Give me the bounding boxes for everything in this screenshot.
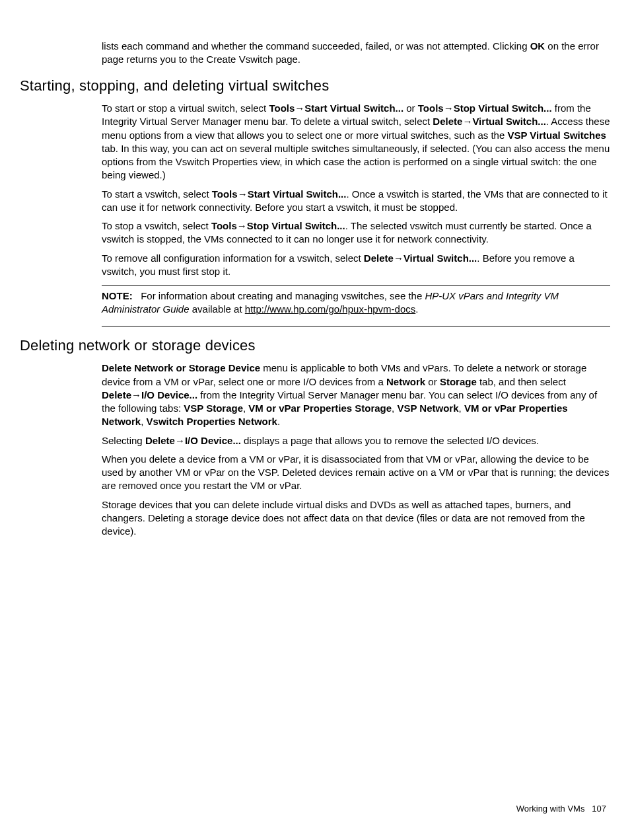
arrow-icon: →: [462, 116, 472, 127]
text: For information about creating and manag…: [141, 290, 425, 301]
text: To stop a vswitch, select: [102, 220, 211, 231]
text: To start or stop a virtual switch, selec…: [102, 102, 269, 114]
sec2-p3: When you delete a device from a VM or vP…: [102, 453, 610, 493]
arrow-icon: →: [175, 435, 185, 446]
note-label: NOTE:: [102, 290, 133, 301]
menu-item: Stop Virtual Switch...: [454, 102, 552, 114]
menu-item: Virtual Switch...: [472, 116, 545, 127]
text: ,: [459, 402, 464, 414]
note-text: NOTE: For information about creating and…: [102, 289, 610, 317]
page-footer: Working with VMs 107: [516, 803, 606, 815]
heading-starting-stopping: Starting, stopping, and deleting virtual…: [20, 76, 610, 96]
arrow-icon: →: [444, 102, 454, 114]
arrow-icon: →: [237, 220, 247, 231]
menu-item: Start Virtual Switch...: [304, 102, 403, 114]
intro-text: lists each command and whether the comma…: [102, 40, 610, 67]
text: ,: [141, 416, 146, 427]
delete-label: Delete: [102, 389, 131, 401]
menu-item: Stop Virtual Switch...: [247, 220, 345, 231]
text: Selecting: [102, 435, 145, 446]
menu-name: Delete Network or Storage Device: [102, 362, 260, 373]
delete-label: Delete: [433, 116, 462, 127]
text: tab. In this way, you can act on several…: [102, 143, 610, 181]
sec2-p4: Storage devices that you can delete incl…: [102, 498, 610, 539]
tools-label: Tools: [212, 188, 238, 200]
sec1-p1: To start or stop a virtual switch, selec…: [102, 102, 610, 182]
tools-label: Tools: [269, 102, 295, 114]
footer-label: Working with VMs: [516, 804, 585, 814]
arrow-icon: →: [295, 102, 304, 114]
section-2-body: Delete Network or Storage Device menu is…: [102, 362, 610, 538]
tab-name: Vswitch Properties Network: [147, 416, 277, 427]
menu-item: I/O Device...: [141, 389, 197, 401]
sec1-p4: To remove all configuration information …: [102, 252, 610, 279]
text: lists each command and whether the comma…: [102, 40, 530, 52]
tab-name: Storage: [440, 376, 477, 387]
tab-name: Network: [386, 376, 425, 387]
section-1-body: To start or stop a virtual switch, selec…: [102, 102, 610, 326]
page: lists each command and whether the comma…: [0, 0, 630, 840]
tools-label: Tools: [211, 220, 237, 231]
text: displays a page that allows you to remov…: [241, 435, 539, 446]
text: tab, and then select: [477, 376, 566, 387]
text: available at: [190, 303, 245, 315]
arrow-icon: →: [131, 389, 141, 401]
ok-label: OK: [530, 40, 545, 52]
text: To start a vswitch, select: [102, 188, 212, 200]
arrow-icon: →: [394, 252, 403, 264]
heading-deleting-devices: Deleting network or storage devices: [20, 336, 610, 356]
menu-item: Start Virtual Switch...: [248, 188, 347, 200]
doc-link[interactable]: http://www.hp.com/go/hpux-hpvm-docs: [245, 303, 415, 315]
text: or: [425, 376, 440, 387]
sec2-p2: Selecting Delete→I/O Device... displays …: [102, 434, 610, 447]
text: .: [277, 416, 280, 427]
delete-label: Delete: [364, 252, 394, 264]
note-block: NOTE: For information about creating and…: [102, 285, 610, 326]
sec2-p1: Delete Network or Storage Device menu is…: [102, 362, 610, 428]
menu-item: Virtual Switch...: [403, 252, 477, 264]
tab-name: VSP Network: [397, 402, 458, 414]
intro-paragraph: lists each command and whether the comma…: [102, 40, 610, 67]
tab-name: VM or vPar Properties Storage: [248, 402, 392, 414]
tab-name: VSP Storage: [184, 402, 243, 414]
page-number: 107: [592, 804, 606, 814]
text: To remove all configuration information …: [102, 252, 364, 264]
sec1-p2: To start a vswitch, select Tools→Start V…: [102, 188, 610, 215]
menu-item: I/O Device...: [185, 435, 241, 446]
sec1-p3: To stop a vswitch, select Tools→Stop Vir…: [102, 219, 610, 247]
arrow-icon: →: [238, 188, 248, 200]
text: .: [415, 303, 418, 315]
delete-label: Delete: [145, 435, 175, 446]
tab-name: VSP Virtual Switches: [507, 130, 606, 141]
text: or: [403, 102, 418, 114]
tools-label: Tools: [418, 102, 444, 114]
